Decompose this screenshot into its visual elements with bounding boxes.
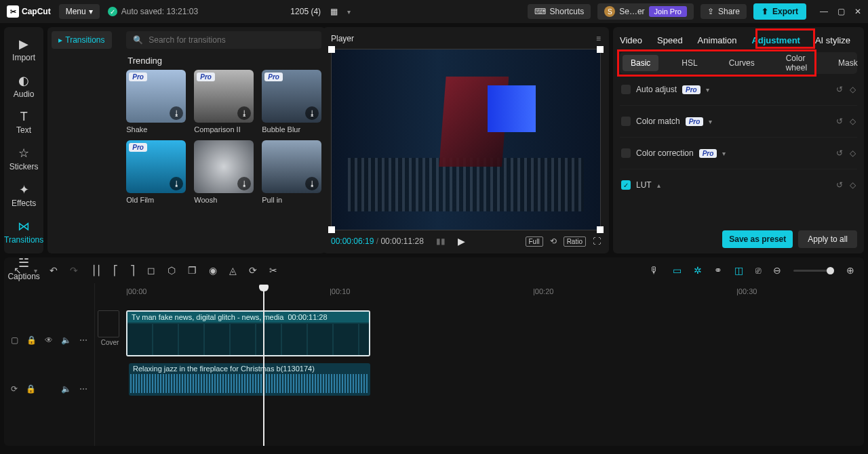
fullscreen-icon[interactable]: ⛶: [593, 236, 601, 246]
row-color-match[interactable]: Color match Pro ▾ ↺◇: [620, 106, 857, 138]
trim-left-icon[interactable]: ⎡: [113, 265, 118, 276]
player-viewport[interactable]: [331, 49, 601, 230]
transition-card[interactable]: Pro⭳ Old Film: [126, 140, 186, 204]
full-button[interactable]: Full: [526, 236, 543, 247]
redo-icon[interactable]: ↷: [70, 265, 78, 276]
chevron-down-icon[interactable]: ▾: [709, 118, 712, 125]
play-button[interactable]: ▶: [458, 236, 465, 247]
more-icon[interactable]: ⋯: [79, 335, 87, 345]
transition-card[interactable]: Pro⭳ Shake: [126, 70, 186, 133]
zoom-slider[interactable]: [793, 270, 834, 272]
time-ruler[interactable]: |00:00 |00:10 |00:20 |00:30: [95, 283, 864, 301]
mute-icon[interactable]: 🔈: [61, 335, 71, 345]
magnet-icon[interactable]: ▭: [673, 265, 682, 276]
preview-icon[interactable]: ⎚: [755, 265, 761, 276]
subtab-color-wheel[interactable]: Color wheel: [778, 50, 815, 76]
layout-icon[interactable]: ▦: [330, 7, 338, 16]
checkbox[interactable]: [621, 85, 631, 94]
tab-speed[interactable]: Speed: [657, 35, 683, 45]
minimize-icon[interactable]: —: [820, 7, 828, 16]
close-icon[interactable]: ✕: [854, 7, 861, 16]
join-pro-button[interactable]: Join Pro: [649, 6, 687, 17]
rotate-icon[interactable]: ⟳: [249, 265, 257, 276]
project-title[interactable]: 1205 (4): [290, 7, 321, 16]
split-icon[interactable]: ⎮⎮: [92, 265, 101, 276]
tab-transitions[interactable]: ⋈Transitions: [4, 215, 43, 251]
chevron-up-icon[interactable]: ▴: [657, 182, 660, 189]
player-menu-icon[interactable]: ≡: [596, 34, 601, 43]
reset-icon[interactable]: ↺: [836, 180, 843, 190]
download-icon[interactable]: ⭳: [305, 177, 319, 190]
sidebar-item-transitions[interactable]: ▸ Transitions: [52, 31, 111, 49]
scan-icon[interactable]: ⟲: [550, 236, 557, 246]
chevron-down-icon[interactable]: ▾: [722, 150, 726, 157]
crop2-icon[interactable]: ✂: [269, 265, 277, 276]
zoom-out-icon[interactable]: ⊖: [773, 265, 781, 276]
chevron-down-icon[interactable]: ▾: [706, 86, 709, 94]
export-button[interactable]: ⬆ Export: [753, 3, 806, 20]
tab-text[interactable]: TText: [4, 106, 43, 142]
crop-icon[interactable]: ◻: [147, 265, 155, 276]
maximize-icon[interactable]: ▢: [837, 7, 845, 16]
speed-icon[interactable]: ◉: [209, 265, 217, 276]
reset-icon[interactable]: ↺: [836, 85, 843, 94]
reset-icon[interactable]: ↺: [836, 148, 843, 158]
trim-right-icon[interactable]: ⎤: [130, 265, 135, 276]
tab-effects[interactable]: ✦Effects: [4, 178, 43, 215]
row-color-correction[interactable]: Color correction Pro ▾ ↺◇: [620, 138, 857, 169]
share-button[interactable]: ⇪ Share: [701, 4, 747, 19]
mask-icon[interactable]: ⬡: [167, 265, 176, 276]
zoom-in-icon[interactable]: ⊕: [846, 265, 854, 276]
mic-icon[interactable]: 🎙: [650, 265, 659, 276]
download-icon[interactable]: ⭳: [170, 106, 183, 120]
menu-button[interactable]: Menu ▾: [59, 4, 100, 19]
link-icon[interactable]: ⚭: [714, 265, 722, 276]
account-chip[interactable]: S Se…er Join Pro: [597, 3, 694, 20]
download-icon[interactable]: ⭳: [305, 106, 319, 120]
tab-adjustment[interactable]: Adjustment: [751, 35, 800, 45]
subtab-hsl[interactable]: HSL: [673, 55, 705, 71]
cover-button[interactable]: Cover: [98, 310, 122, 346]
video-clip[interactable]: Tv man fake news, digital glitch - news,…: [126, 310, 370, 356]
snap-icon[interactable]: ✲: [694, 265, 702, 276]
tab-audio[interactable]: ◐Audio: [4, 69, 43, 106]
tab-import[interactable]: ▶Import: [4, 33, 43, 69]
search-field[interactable]: [149, 35, 315, 45]
subtab-basic[interactable]: Basic: [623, 55, 658, 71]
search-input[interactable]: 🔍: [126, 31, 321, 49]
keyframe-icon[interactable]: ◇: [850, 148, 856, 158]
transition-card[interactable]: Pro⭳ Comparison II: [194, 70, 254, 133]
duplicate-icon[interactable]: ❐: [188, 265, 197, 276]
audio-clip[interactable]: Relaxing jazz in the fireplace for Chris…: [129, 363, 370, 396]
playhead[interactable]: [263, 285, 264, 446]
more-icon[interactable]: ⋯: [79, 384, 87, 394]
transition-card[interactable]: ⭳ Woosh: [194, 140, 254, 204]
align-icon[interactable]: ◫: [734, 265, 743, 276]
apply-all-button[interactable]: Apply to all: [798, 230, 857, 248]
eye-icon[interactable]: 👁: [45, 335, 53, 345]
download-icon[interactable]: ⭳: [237, 106, 251, 120]
tab-stickers[interactable]: ☆Stickers: [4, 142, 43, 178]
quality-icon[interactable]: ▮▮: [436, 236, 446, 246]
transition-card[interactable]: Pro⭳ Bubble Blur: [262, 70, 321, 133]
tab-ai-stylize[interactable]: AI stylize: [815, 35, 850, 45]
tab-animation[interactable]: Animation: [698, 35, 737, 45]
subtab-mask[interactable]: Mask: [830, 55, 866, 71]
keyframe-icon[interactable]: ◇: [850, 180, 856, 190]
keyframe-icon[interactable]: ◇: [850, 117, 856, 126]
ratio-button[interactable]: Ratio: [564, 236, 586, 247]
download-icon[interactable]: ⭳: [237, 177, 251, 190]
save-preset-button[interactable]: Save as preset: [722, 230, 793, 248]
lock-icon[interactable]: 🔒: [26, 335, 37, 345]
chevron-down-icon[interactable]: ▾: [347, 8, 351, 16]
shortcuts-button[interactable]: ⌨ Shortcuts: [528, 4, 591, 19]
row-auto-adjust[interactable]: Auto adjust Pro ▾ ↺◇: [620, 74, 857, 106]
mute-icon[interactable]: 🔈: [61, 384, 71, 394]
row-lut[interactable]: ✓ LUT ▴ ↺◇: [620, 169, 857, 201]
checkbox[interactable]: ✓: [621, 180, 631, 190]
keyframe-icon[interactable]: ◇: [850, 85, 856, 94]
transition-card[interactable]: ⭳ Pull in: [262, 140, 321, 204]
pointer-icon[interactable]: ↖: [14, 265, 22, 276]
chevron-down-icon[interactable]: ▾: [34, 267, 37, 274]
timeline-tracks[interactable]: |00:00 |00:10 |00:20 |00:30 Cover Tv man…: [95, 283, 864, 446]
